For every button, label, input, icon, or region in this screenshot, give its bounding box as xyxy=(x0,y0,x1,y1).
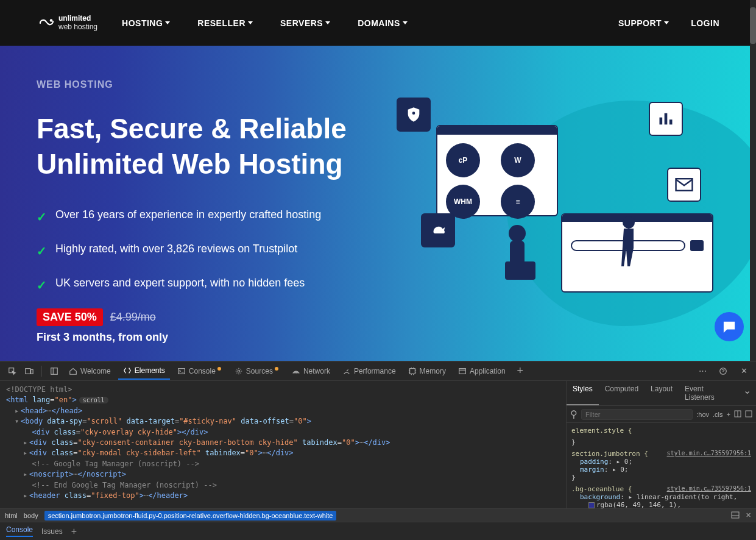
cls-pill[interactable]: .cls xyxy=(713,411,723,418)
chat-button[interactable] xyxy=(715,312,744,341)
hero-illustration: cP W WHM ≡ xyxy=(390,82,732,338)
tab-sources[interactable]: Sources xyxy=(230,363,284,379)
chat-icon xyxy=(722,321,736,333)
svg-point-0 xyxy=(50,19,53,22)
crumb-html[interactable]: html xyxy=(5,512,18,519)
strike-price: £4.99/mo xyxy=(110,311,156,324)
logo-text-1: unlimited xyxy=(58,15,97,23)
styles-panel: Styles Computed Layout Event Listeners ⌄… xyxy=(566,381,756,508)
add-drawer-tab-icon[interactable]: + xyxy=(71,526,77,537)
shield-icon xyxy=(397,98,431,132)
svg-rect-8 xyxy=(505,261,535,280)
tab-performance[interactable]: Performance xyxy=(337,363,401,379)
app-panel: cP W WHM ≡ xyxy=(436,125,558,216)
dom-line[interactable]: ▾<body data-spy="scroll" data-target="#s… xyxy=(6,416,560,427)
nav-servers[interactable]: SERVERS xyxy=(280,18,330,28)
caret-down-icon xyxy=(664,21,669,24)
svg-point-16 xyxy=(238,370,240,372)
check-icon: ✓ xyxy=(37,275,47,295)
inspect-icon[interactable] xyxy=(5,364,19,378)
tab-elements[interactable]: Elements xyxy=(118,363,170,380)
add-tab-icon[interactable]: + xyxy=(513,364,528,378)
dom-line[interactable]: <!-- End Google Tag Manager (noscript) -… xyxy=(6,480,560,491)
webpage-viewport: unlimited web hosting HOSTING RESELLER S… xyxy=(0,0,756,361)
cpanel-icon: cP xyxy=(446,143,480,177)
chevron-down-icon[interactable]: ⌄ xyxy=(738,381,756,405)
devtools-panel: Welcome Elements Console Sources Network… xyxy=(0,361,756,540)
layout-toggle-icon[interactable] xyxy=(731,511,740,520)
svg-rect-13 xyxy=(51,368,58,374)
close-icon[interactable]: ✕ xyxy=(737,364,751,378)
styles-tab-computed[interactable]: Computed xyxy=(599,381,645,405)
scrollbar[interactable] xyxy=(750,0,756,361)
tab-console[interactable]: Console xyxy=(172,363,227,379)
panel-toggle-icon[interactable] xyxy=(47,364,62,378)
breadcrumb-bar: html body section.jumbotron.jumbotron-fl… xyxy=(0,508,756,522)
person-illustration xyxy=(499,222,535,296)
dom-line[interactable]: <html lang="en">scroll xyxy=(6,395,560,405)
dom-line[interactable]: <div class="cky-overlay cky-hide"></div> xyxy=(6,427,560,438)
check-icon: ✓ xyxy=(37,241,47,261)
tab-welcome[interactable]: Welcome xyxy=(64,363,116,379)
svg-rect-12 xyxy=(31,369,34,374)
help-icon[interactable] xyxy=(716,364,730,378)
save-badge: SAVE 50% xyxy=(37,308,103,326)
flexbox-icon[interactable] xyxy=(734,410,741,419)
tab-memory[interactable]: Memory xyxy=(403,363,451,379)
layout-icon[interactable] xyxy=(745,410,752,419)
styles-tab-layout[interactable]: Layout xyxy=(645,381,679,405)
dom-line[interactable]: <!-- Google Tag Manager (noscript) --> xyxy=(6,459,560,469)
drawer-tab-issues[interactable]: Issues xyxy=(41,527,63,536)
dom-tree[interactable]: <!DOCTYPE html> <html lang="en">scroll ▸… xyxy=(0,381,566,508)
caret-down-icon xyxy=(248,21,253,24)
styles-filter-input[interactable] xyxy=(581,409,693,420)
nav-support[interactable]: SUPPORT xyxy=(618,18,669,28)
bullet-text: Over 16 years of experience in expertly … xyxy=(55,206,321,224)
svg-rect-23 xyxy=(746,411,752,417)
dom-line[interactable]: ▸<noscript>⋯</noscript> xyxy=(6,469,560,480)
svg-rect-3 xyxy=(665,113,668,125)
server-icon: ≡ xyxy=(501,185,535,219)
chart-bars-icon xyxy=(649,102,683,136)
styles-tab-events[interactable]: Event Listeners xyxy=(679,381,738,405)
check-icon: ✓ xyxy=(37,207,47,227)
svg-rect-18 xyxy=(459,368,466,374)
styles-tab-styles[interactable]: Styles xyxy=(567,381,599,405)
tab-network[interactable]: Network xyxy=(287,363,335,379)
dom-line[interactable]: ▸<header class="fixed-top">⋯</header> xyxy=(6,491,560,501)
tab-application[interactable]: Application xyxy=(453,363,510,379)
close-drawer-icon[interactable]: ✕ xyxy=(746,511,751,520)
device-icon[interactable] xyxy=(22,364,37,378)
nav-hosting[interactable]: HOSTING xyxy=(122,18,170,28)
dom-line[interactable]: ▸<head>⋯</head> xyxy=(6,406,560,416)
hero-section: WEB HOSTING Fast, Secure & Reliable Unli… xyxy=(0,46,756,361)
top-nav: unlimited web hosting HOSTING RESELLER S… xyxy=(0,0,756,46)
hov-pill[interactable]: :hov xyxy=(696,411,709,418)
console-drawer: Console Issues + xyxy=(0,522,756,540)
dom-line[interactable]: ▸<div class="cky-modal cky-sidebar-left"… xyxy=(6,448,560,458)
filter-icon: ⚲ xyxy=(570,408,578,420)
scroll-thumb[interactable] xyxy=(750,7,756,44)
nav-domains[interactable]: DOMAINS xyxy=(358,18,408,28)
svg-point-9 xyxy=(623,216,635,229)
dom-line[interactable]: ▸<div class="cky-consent-container cky-b… xyxy=(6,438,560,448)
crumb-body[interactable]: body xyxy=(24,512,38,519)
svg-rect-11 xyxy=(26,368,30,374)
svg-rect-15 xyxy=(178,368,185,374)
caret-down-icon xyxy=(165,21,170,24)
styles-rules[interactable]: element.style { } section.jumbotron {sty… xyxy=(567,423,756,508)
crumb-section[interactable]: section.jumbotron.jumbotron-fluid.py-0.p… xyxy=(44,511,337,520)
svg-point-6 xyxy=(509,225,526,242)
color-swatch[interactable] xyxy=(588,502,595,508)
caret-down-icon xyxy=(403,21,408,24)
logo[interactable]: unlimited web hosting xyxy=(37,15,97,30)
more-icon[interactable]: ⋯ xyxy=(695,364,710,378)
nav-login[interactable]: LOGIN xyxy=(691,18,719,28)
logo-text-2: web hosting xyxy=(58,23,97,31)
drawer-tab-console[interactable]: Console xyxy=(6,525,33,537)
svg-rect-24 xyxy=(732,512,739,518)
dom-line[interactable]: <!DOCTYPE html> xyxy=(6,385,560,395)
nav-reseller[interactable]: RESELLER xyxy=(197,18,253,28)
add-rule-icon[interactable]: + xyxy=(727,411,730,418)
svg-point-1 xyxy=(412,112,415,115)
